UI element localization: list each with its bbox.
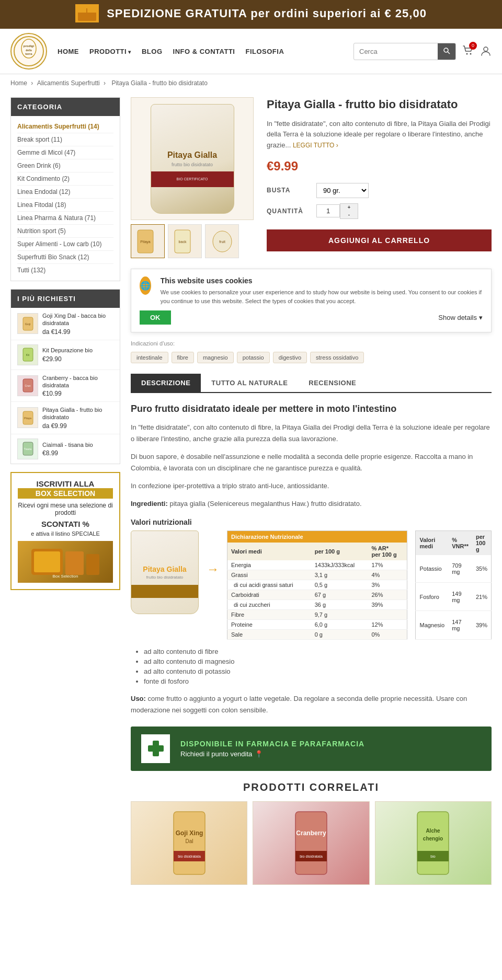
cookie-ok-button[interactable]: OK	[140, 310, 171, 325]
header-icons: 0	[462, 45, 492, 58]
main-product-image: Pitaya Gialla frutto bio disidratato BIO…	[131, 97, 254, 220]
related-product-0[interactable]: Goji Xing Dal bio disidratata	[131, 801, 247, 885]
search-button[interactable]	[438, 43, 455, 60]
tab-descrizione[interactable]: DESCRIZIONE	[131, 374, 201, 392]
svg-text:Box Selection: Box Selection	[53, 574, 78, 579]
uso-text: Uso: come frutto o aggiunto a yogurt o l…	[131, 693, 492, 716]
popular-item-0[interactable]: Goji Goji Xing Dal - bacca bio disidrata…	[11, 308, 120, 340]
read-more-link[interactable]: LEGGI TUTTO ›	[293, 142, 338, 149]
sidebar-item-gemme[interactable]: Gemme di Micol (47)	[17, 146, 113, 159]
uso-label: Uso:	[131, 695, 146, 702]
sidebar-item-nutrition[interactable]: Nutrition sport (5)	[17, 225, 113, 238]
tag-4[interactable]: digestivo	[273, 352, 307, 363]
breadcrumb-home[interactable]: Home	[10, 79, 27, 87]
popular-name-1: Kit Depurazione bio	[42, 347, 113, 354]
thumbnail-0[interactable]: Pitaya	[131, 224, 165, 258]
nb-label: Pitaya Gialla	[143, 565, 186, 573]
cart-icon[interactable]: 0	[462, 45, 474, 58]
svg-text:Tisana: Tisana	[24, 447, 31, 451]
logo[interactable]: prodigi della terra	[10, 33, 47, 70]
desc-para1: In "fette disidratate", con alto contenu…	[131, 422, 492, 445]
sidebar-item-super[interactable]: Super Alimenti - Low carb (10)	[17, 238, 113, 251]
nav-filosofia[interactable]: FILOSOFIA	[245, 48, 284, 55]
thumbnail-2[interactable]: fruit	[205, 224, 239, 258]
tag-2[interactable]: magnesio	[197, 352, 234, 363]
thumbnail-row: Pitaya back fruit	[131, 224, 254, 258]
box-icon	[75, 4, 99, 22]
show-details[interactable]: Show details ▾	[438, 314, 483, 321]
busta-row: BUSTA 90 gr.	[267, 183, 492, 198]
popular-name-3: Pitaya Gialla - frutto bio disidratato	[42, 406, 113, 421]
main-container: CATEGORIA Alicamentis Superfrutti (14) B…	[0, 92, 502, 890]
desc-ingredienti: Ingredienti: pitaya gialla (Selenicereus…	[131, 498, 492, 510]
related-section: PRODOTTI CORRELATI Goji Xing Dal bio dis…	[131, 781, 492, 885]
bag-stripe: BIO CERTIFICATO	[151, 171, 234, 187]
nutrition-arrow: →	[207, 562, 219, 577]
nutrition-visual: Pitaya Gialla frutto bio disidratato → D…	[131, 531, 492, 640]
search-input[interactable]	[354, 44, 438, 59]
popular-item-3[interactable]: Pitaya Pitaya Gialla - frutto bio disidr…	[11, 402, 120, 434]
sidebar-item-superfrutti[interactable]: Superfrutti Bio Snack (12)	[17, 251, 113, 264]
sidebar-item-alicamentis[interactable]: Alicamentis Superfrutti (14)	[17, 120, 113, 133]
sidebar-item-pharma[interactable]: Linea Pharma & Natura (71)	[17, 212, 113, 225]
sidebar-item-green[interactable]: Green Drink (6)	[17, 159, 113, 172]
tag-1[interactable]: fibre	[172, 352, 194, 363]
tag-3[interactable]: potassio	[237, 352, 270, 363]
qty-decrement[interactable]: -	[340, 211, 358, 218]
sidebar-item-kit[interactable]: Kit Condimento (2)	[17, 172, 113, 186]
svg-text:back: back	[178, 240, 186, 244]
popular-name-2: Cranberry - bacca bio disidratata	[42, 374, 113, 389]
svg-text:Pitaya: Pitaya	[140, 240, 151, 244]
product-images: Pitaya Gialla frutto bio disidratato BIO…	[131, 97, 254, 258]
breadcrumb-sep1: ›	[31, 79, 35, 87]
nav-blog[interactable]: BLOG	[142, 48, 163, 55]
popular-item-1[interactable]: Kit Kit Depurazione bio €29.90	[11, 340, 120, 370]
sidebar-item-fitodal[interactable]: Linea Fitodal (18)	[17, 199, 113, 212]
tag-0[interactable]: intestinale	[131, 352, 168, 363]
popular-items: Goji Goji Xing Dal - bacca bio disidrata…	[11, 308, 120, 464]
nav-prodotti[interactable]: PRODOTTI	[89, 48, 131, 55]
tag-5[interactable]: stress ossidativo	[310, 352, 364, 363]
cart-badge: 0	[469, 42, 477, 50]
subscribe-title1: ISCRIVITI ALLA	[18, 479, 113, 488]
quantita-label: QUANTITÀ	[267, 207, 309, 215]
popular-price-2: €10.99	[42, 390, 113, 397]
add-to-cart-button[interactable]: AGGIUNGI AL CARRELLO	[267, 229, 492, 251]
ingredienti-text: pitaya gialla (Selenicereus megalanthus …	[169, 500, 361, 508]
thumbnail-1[interactable]: back	[168, 224, 202, 258]
product-tabs: DESCRIZIONE TUTTO AL NATURALE RECENSIONE	[131, 374, 492, 393]
tab-naturale[interactable]: TUTTO AL NATURALE	[201, 374, 298, 392]
sidebar-item-endodal[interactable]: Linea Endodal (12)	[17, 186, 113, 199]
popular-item-2[interactable]: Cran Cranberry - bacca bio disidratata €…	[11, 370, 120, 402]
sidebar-item-tutti[interactable]: Tutti (132)	[17, 264, 113, 276]
breadcrumb-category[interactable]: Alicamentis Superfrutti	[37, 79, 100, 87]
pharmacy-request[interactable]: Richiedi il punto vendita 📍	[180, 750, 481, 758]
banner-spedizione: SPEDIZIONE GRATUITA	[107, 7, 247, 20]
product-desc-short: In "fette disidratate", con alto contenu…	[267, 119, 492, 151]
sidebar: CATEGORIA Alicamentis Superfrutti (14) B…	[10, 97, 120, 885]
bag-sublabel: frutto bio disidratato	[172, 162, 213, 167]
svg-text:bio: bio	[431, 855, 436, 858]
busta-label: BUSTA	[267, 187, 309, 194]
nutr-row-grassi: Grassi3,1 g4%	[227, 570, 407, 580]
related-product-2[interactable]: Alche chengio bio	[375, 801, 492, 885]
nb-stripe	[131, 585, 198, 598]
user-icon[interactable]	[480, 45, 492, 58]
search-bar	[353, 43, 456, 60]
benefit-2: ad alto contenuto di potassio	[144, 667, 492, 675]
nav-info[interactable]: INFO & CONTATTI	[173, 48, 235, 55]
nutr-row-sale: Sale0 g0%	[227, 629, 407, 639]
qty-increment[interactable]: +	[340, 204, 358, 211]
nutrition-bag: Pitaya Gialla frutto bio disidratato	[131, 531, 199, 614]
popular-price-3: da €9.99	[42, 422, 113, 430]
related-product-1[interactable]: Cranberry bio disidratata	[253, 801, 369, 885]
popular-item-4[interactable]: Tisana Ciaìmali - tisana bio €8.99	[11, 434, 120, 464]
cookie-title: This website uses cookies	[161, 276, 483, 285]
nav-home[interactable]: HOME	[58, 48, 79, 55]
sidebar-item-break[interactable]: Break sport (11)	[17, 133, 113, 146]
svg-text:Goji: Goji	[25, 322, 30, 326]
busta-select[interactable]: 90 gr.	[316, 183, 369, 198]
tab-recensione[interactable]: RECENSIONE	[298, 374, 367, 392]
breadcrumb: Home › Alicamentis Superfrutti › Pitaya …	[0, 74, 502, 92]
category-items: Alicamentis Superfrutti (14) Break sport…	[11, 116, 120, 281]
